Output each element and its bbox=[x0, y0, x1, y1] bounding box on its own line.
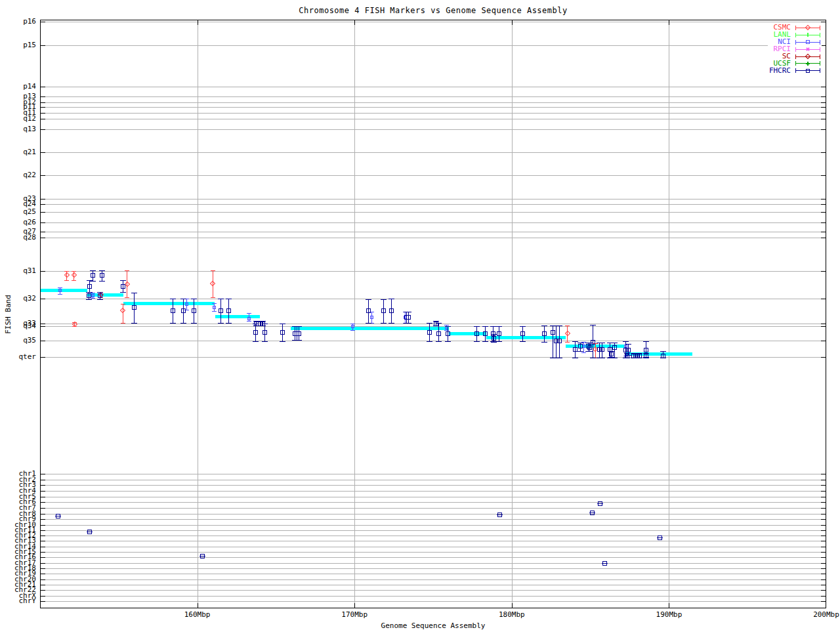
errorbar-cap bbox=[520, 341, 526, 342]
errorbar-cap bbox=[612, 358, 618, 358]
plot-border bbox=[40, 20, 826, 608]
legend-sample bbox=[795, 68, 820, 74]
square-marker-icon bbox=[661, 354, 665, 358]
y-tick bbox=[41, 590, 45, 591]
y-tick bbox=[821, 113, 826, 114]
errorbar-cap bbox=[381, 299, 387, 300]
y-tick bbox=[821, 579, 826, 580]
y-tick bbox=[41, 299, 45, 299]
errorbar-cap bbox=[247, 313, 251, 314]
square-marker-icon bbox=[644, 348, 648, 352]
errorbar-cap bbox=[556, 358, 562, 358]
errorbar-cap bbox=[388, 323, 394, 324]
x-tick bbox=[826, 603, 826, 608]
y-tick-label-q25: q25 bbox=[0, 209, 36, 215]
errorbar-cap bbox=[565, 326, 570, 326]
y-tick bbox=[821, 87, 826, 87]
marker-stroke bbox=[807, 62, 808, 66]
y-tick bbox=[821, 222, 826, 223]
square-marker-icon bbox=[625, 354, 629, 358]
square-marker-icon bbox=[253, 330, 258, 335]
x-tick-label-190Mbp: 190Mbp bbox=[653, 611, 684, 619]
y-tick bbox=[41, 547, 45, 547]
errorbar-cap bbox=[131, 323, 137, 324]
errorbar-cap bbox=[491, 334, 497, 335]
legend-sample bbox=[795, 39, 820, 45]
y-tick bbox=[41, 563, 45, 564]
errorbar-cap bbox=[253, 341, 259, 342]
errorbar-cap bbox=[427, 341, 432, 342]
y-tick bbox=[41, 552, 45, 553]
errorbar-cap bbox=[180, 299, 186, 299]
errorbar-cap bbox=[491, 342, 497, 343]
y-tick bbox=[821, 271, 826, 272]
y-tick bbox=[821, 480, 826, 480]
square-marker-icon bbox=[171, 308, 175, 313]
square-marker-icon bbox=[192, 308, 196, 313]
legend-item-LANL: LANL bbox=[769, 32, 820, 39]
legend-item-FHCRC: FHCRC bbox=[769, 67, 820, 74]
y-tick bbox=[821, 596, 826, 597]
errorbar-cap bbox=[623, 341, 629, 342]
errorbar-cap bbox=[436, 323, 442, 324]
square-marker-icon bbox=[609, 352, 614, 356]
y-tick bbox=[821, 175, 826, 176]
square-marker-icon bbox=[87, 530, 92, 534]
y-tick bbox=[821, 45, 826, 46]
errorbar-cap bbox=[590, 325, 596, 326]
errorbar-cap bbox=[218, 323, 224, 324]
y-tick bbox=[821, 547, 826, 547]
errorbar-cap bbox=[474, 326, 480, 327]
errorbar-cap bbox=[90, 281, 96, 282]
y-tick bbox=[41, 107, 45, 108]
square-marker-icon bbox=[806, 40, 810, 44]
square-marker-icon bbox=[351, 325, 354, 328]
errorbar-cap bbox=[131, 293, 137, 293]
square-marker-icon bbox=[658, 536, 662, 540]
y-tick bbox=[41, 557, 45, 558]
square-marker-icon bbox=[56, 514, 60, 518]
square-marker-icon bbox=[590, 511, 595, 515]
y-tick bbox=[41, 536, 45, 536]
y-tick bbox=[821, 525, 826, 526]
errorbar-cap bbox=[541, 326, 547, 326]
marker-stroke bbox=[807, 33, 808, 37]
errorbar-cap bbox=[436, 341, 442, 342]
square-marker-icon bbox=[602, 561, 607, 566]
y-tick bbox=[821, 107, 826, 108]
square-marker-icon bbox=[497, 513, 502, 517]
y-tick-label-p15: p15 bbox=[0, 42, 36, 49]
x-tick bbox=[512, 603, 513, 608]
errorbar-cap bbox=[427, 323, 432, 324]
square-marker-icon bbox=[587, 345, 592, 350]
legend-label: FHCRC bbox=[769, 68, 791, 74]
errorbar-cap bbox=[87, 280, 93, 281]
y-tick bbox=[821, 212, 826, 213]
square-marker-icon bbox=[551, 330, 555, 335]
errorbar-cap bbox=[496, 341, 502, 342]
errorbar-cap bbox=[262, 324, 268, 324]
y-tick-label-q21: q21 bbox=[0, 149, 36, 156]
errorbar-cap bbox=[64, 280, 69, 281]
errorbar-cap bbox=[121, 323, 125, 324]
errorbar-cap bbox=[572, 341, 578, 342]
y-tick bbox=[41, 152, 45, 153]
y-tick-label-q12: q12 bbox=[0, 116, 36, 122]
errorbar-cap bbox=[482, 326, 488, 327]
errorbar-cap bbox=[474, 341, 480, 342]
y-tick-label-p14: p14 bbox=[0, 83, 36, 90]
square-marker-icon bbox=[262, 330, 267, 335]
y-tick bbox=[821, 326, 826, 327]
square-marker-icon bbox=[121, 284, 125, 289]
errorbar-cap bbox=[643, 341, 649, 342]
x-marker-icon bbox=[805, 47, 810, 52]
x-tick bbox=[354, 20, 355, 25]
errorbar-cap bbox=[445, 326, 451, 327]
plus-marker-icon bbox=[806, 62, 810, 66]
y-tick-label-q32: q32 bbox=[0, 295, 36, 302]
square-marker-icon bbox=[434, 322, 438, 326]
y-tick-label-q26: q26 bbox=[0, 219, 36, 226]
legend-item-RPCI: RPCI bbox=[769, 46, 820, 53]
square-marker-icon bbox=[58, 289, 62, 292]
errorbar-cap bbox=[90, 270, 96, 271]
